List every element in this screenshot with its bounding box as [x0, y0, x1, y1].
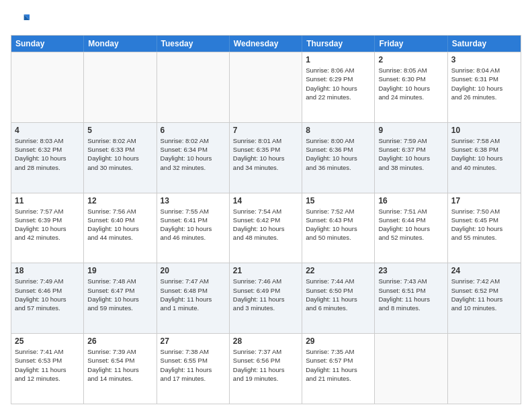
day-number: 20 — [161, 266, 226, 275]
day-number: 21 — [233, 266, 298, 275]
calendar-cell: 17Sunrise: 7:50 AM Sunset: 6:45 PM Dayli… — [448, 193, 521, 263]
day-info: Sunrise: 8:04 AM Sunset: 6:31 PM Dayligh… — [451, 66, 517, 101]
day-info: Sunrise: 7:42 AM Sunset: 6:52 PM Dayligh… — [451, 277, 517, 312]
day-info: Sunrise: 7:55 AM Sunset: 6:41 PM Dayligh… — [161, 207, 226, 242]
day-info: Sunrise: 7:41 AM Sunset: 6:53 PM Dayligh… — [15, 347, 80, 383]
calendar-cell: 22Sunrise: 7:44 AM Sunset: 6:50 PM Dayli… — [302, 263, 375, 333]
calendar-cell — [230, 52, 302, 122]
calendar: SundayMondayTuesdayWednesdayThursdayFrid… — [11, 35, 521, 404]
day-number: 4 — [15, 126, 80, 135]
calendar-row: 1Sunrise: 8:06 AM Sunset: 6:29 PM Daylig… — [11, 52, 521, 122]
day-info: Sunrise: 8:03 AM Sunset: 6:32 PM Dayligh… — [15, 136, 80, 172]
calendar-cell: 2Sunrise: 8:05 AM Sunset: 6:30 PM Daylig… — [375, 52, 447, 122]
calendar-cell: 24Sunrise: 7:42 AM Sunset: 6:52 PM Dayli… — [448, 263, 521, 333]
day-number: 13 — [161, 196, 226, 205]
calendar-cell: 12Sunrise: 7:56 AM Sunset: 6:40 PM Dayli… — [84, 193, 157, 263]
day-number: 12 — [87, 196, 152, 205]
day-number: 17 — [451, 196, 517, 205]
day-info: Sunrise: 7:50 AM Sunset: 6:45 PM Dayligh… — [451, 207, 517, 242]
day-info: Sunrise: 7:43 AM Sunset: 6:51 PM Dayligh… — [378, 277, 443, 312]
weekday-header: Thursday — [302, 36, 375, 52]
day-number: 23 — [378, 266, 443, 275]
page: SundayMondayTuesdayWednesdayThursdayFrid… — [0, 0, 532, 411]
day-number: 16 — [378, 196, 443, 205]
calendar-cell: 9Sunrise: 7:59 AM Sunset: 6:37 PM Daylig… — [375, 123, 447, 193]
day-info: Sunrise: 7:49 AM Sunset: 6:46 PM Dayligh… — [15, 277, 80, 312]
calendar-cell: 11Sunrise: 7:57 AM Sunset: 6:39 PM Dayli… — [11, 193, 84, 263]
day-number: 29 — [306, 336, 371, 346]
day-number: 15 — [306, 196, 371, 205]
calendar-row: 25Sunrise: 7:41 AM Sunset: 6:53 PM Dayli… — [11, 333, 521, 404]
logo — [11, 11, 32, 30]
day-number: 27 — [161, 336, 226, 346]
calendar-row: 11Sunrise: 7:57 AM Sunset: 6:39 PM Dayli… — [11, 193, 521, 263]
day-number: 26 — [87, 336, 152, 346]
day-info: Sunrise: 8:01 AM Sunset: 6:35 PM Dayligh… — [233, 136, 298, 172]
calendar-cell: 26Sunrise: 7:39 AM Sunset: 6:54 PM Dayli… — [84, 334, 157, 404]
calendar-cell: 29Sunrise: 7:35 AM Sunset: 6:57 PM Dayli… — [302, 334, 375, 404]
calendar-cell: 16Sunrise: 7:51 AM Sunset: 6:44 PM Dayli… — [375, 193, 447, 263]
calendar-cell: 13Sunrise: 7:55 AM Sunset: 6:41 PM Dayli… — [157, 193, 230, 263]
calendar-header: SundayMondayTuesdayWednesdayThursdayFrid… — [11, 36, 521, 52]
calendar-cell: 20Sunrise: 7:47 AM Sunset: 6:48 PM Dayli… — [157, 263, 230, 333]
logo-icon — [11, 11, 30, 30]
day-number: 28 — [233, 336, 298, 346]
day-info: Sunrise: 7:46 AM Sunset: 6:49 PM Dayligh… — [233, 277, 298, 312]
calendar-cell: 28Sunrise: 7:37 AM Sunset: 6:56 PM Dayli… — [230, 334, 302, 404]
calendar-cell: 10Sunrise: 7:58 AM Sunset: 6:38 PM Dayli… — [448, 123, 521, 193]
day-info: Sunrise: 7:37 AM Sunset: 6:56 PM Dayligh… — [233, 347, 298, 383]
day-info: Sunrise: 7:39 AM Sunset: 6:54 PM Dayligh… — [87, 347, 152, 383]
calendar-row: 18Sunrise: 7:49 AM Sunset: 6:46 PM Dayli… — [11, 263, 521, 333]
calendar-body: 1Sunrise: 8:06 AM Sunset: 6:29 PM Daylig… — [11, 52, 521, 404]
calendar-cell: 7Sunrise: 8:01 AM Sunset: 6:35 PM Daylig… — [230, 123, 302, 193]
calendar-cell — [84, 52, 157, 122]
day-number: 22 — [306, 266, 371, 275]
day-number: 18 — [15, 266, 80, 275]
calendar-cell: 25Sunrise: 7:41 AM Sunset: 6:53 PM Dayli… — [11, 334, 84, 404]
day-number: 1 — [306, 55, 371, 64]
calendar-cell: 18Sunrise: 7:49 AM Sunset: 6:46 PM Dayli… — [11, 263, 84, 333]
calendar-cell — [375, 334, 447, 404]
day-info: Sunrise: 7:54 AM Sunset: 6:42 PM Dayligh… — [233, 207, 298, 242]
day-info: Sunrise: 7:56 AM Sunset: 6:40 PM Dayligh… — [87, 207, 152, 242]
calendar-cell: 19Sunrise: 7:48 AM Sunset: 6:47 PM Dayli… — [84, 263, 157, 333]
day-info: Sunrise: 7:52 AM Sunset: 6:43 PM Dayligh… — [306, 207, 371, 242]
day-number: 11 — [15, 196, 80, 205]
day-number: 25 — [15, 336, 80, 346]
calendar-cell — [448, 334, 521, 404]
day-info: Sunrise: 7:58 AM Sunset: 6:38 PM Dayligh… — [451, 136, 517, 172]
calendar-row: 4Sunrise: 8:03 AM Sunset: 6:32 PM Daylig… — [11, 122, 521, 193]
day-number: 24 — [451, 266, 517, 275]
calendar-cell: 3Sunrise: 8:04 AM Sunset: 6:31 PM Daylig… — [448, 52, 521, 122]
day-info: Sunrise: 7:35 AM Sunset: 6:57 PM Dayligh… — [306, 347, 371, 383]
day-info: Sunrise: 7:47 AM Sunset: 6:48 PM Dayligh… — [161, 277, 226, 312]
weekday-header: Saturday — [448, 36, 521, 52]
day-number: 3 — [451, 55, 517, 64]
calendar-cell — [157, 52, 230, 122]
calendar-cell: 27Sunrise: 7:38 AM Sunset: 6:55 PM Dayli… — [157, 334, 230, 404]
calendar-cell: 6Sunrise: 8:02 AM Sunset: 6:34 PM Daylig… — [157, 123, 230, 193]
day-info: Sunrise: 8:05 AM Sunset: 6:30 PM Dayligh… — [378, 66, 443, 101]
weekday-header: Wednesday — [230, 36, 302, 52]
calendar-cell: 23Sunrise: 7:43 AM Sunset: 6:51 PM Dayli… — [375, 263, 447, 333]
day-number: 2 — [378, 55, 443, 64]
day-info: Sunrise: 7:51 AM Sunset: 6:44 PM Dayligh… — [378, 207, 443, 242]
day-number: 5 — [87, 126, 152, 135]
weekday-header: Tuesday — [157, 36, 230, 52]
day-info: Sunrise: 7:57 AM Sunset: 6:39 PM Dayligh… — [15, 207, 80, 242]
calendar-cell — [11, 52, 84, 122]
calendar-cell: 14Sunrise: 7:54 AM Sunset: 6:42 PM Dayli… — [230, 193, 302, 263]
calendar-cell: 1Sunrise: 8:06 AM Sunset: 6:29 PM Daylig… — [302, 52, 375, 122]
day-number: 7 — [233, 126, 298, 135]
weekday-header: Friday — [375, 36, 447, 52]
day-info: Sunrise: 7:59 AM Sunset: 6:37 PM Dayligh… — [378, 136, 443, 172]
day-info: Sunrise: 7:44 AM Sunset: 6:50 PM Dayligh… — [306, 277, 371, 312]
calendar-cell: 8Sunrise: 8:00 AM Sunset: 6:36 PM Daylig… — [302, 123, 375, 193]
day-info: Sunrise: 7:48 AM Sunset: 6:47 PM Dayligh… — [87, 277, 152, 312]
day-number: 6 — [161, 126, 226, 135]
weekday-header: Sunday — [11, 36, 84, 52]
day-info: Sunrise: 7:38 AM Sunset: 6:55 PM Dayligh… — [161, 347, 226, 383]
day-number: 8 — [306, 126, 371, 135]
day-info: Sunrise: 8:02 AM Sunset: 6:34 PM Dayligh… — [161, 136, 226, 172]
day-info: Sunrise: 8:02 AM Sunset: 6:33 PM Dayligh… — [87, 136, 152, 172]
